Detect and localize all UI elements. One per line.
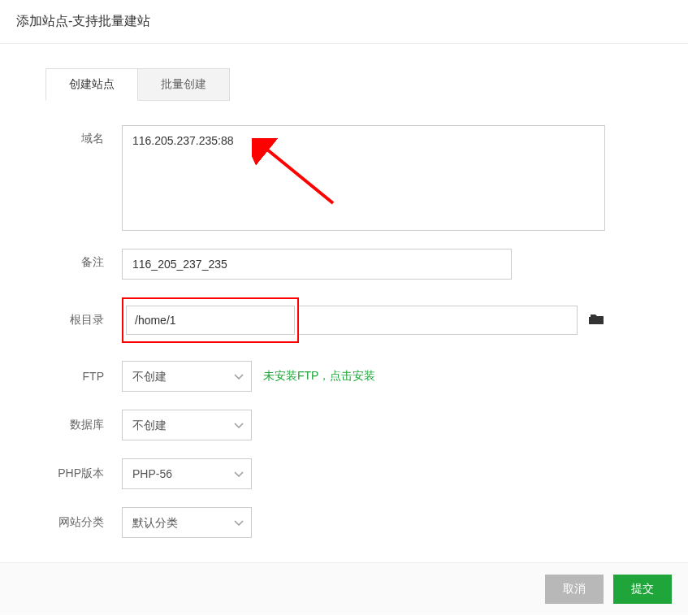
row-php: PHP版本 PHP-56 [16, 458, 664, 489]
row-database: 数据库 不创建 [16, 410, 664, 440]
ftp-install-hint[interactable]: 未安装FTP，点击安装 [263, 369, 375, 384]
row-ftp: FTP 不创建 未安装FTP，点击安装 [16, 361, 664, 392]
row-category: 网站分类 默认分类 [16, 507, 664, 538]
submit-button[interactable]: 提交 [613, 575, 672, 604]
root-control [122, 297, 664, 343]
dialog-footer: 取消 提交 [0, 562, 688, 615]
database-select[interactable]: 不创建 [122, 410, 252, 440]
php-control: PHP-56 [122, 458, 664, 489]
label-ftp: FTP [16, 370, 122, 383]
category-select[interactable]: 默认分类 [122, 507, 252, 538]
domain-control [122, 125, 664, 231]
tabs: 创建站点 批量创建 [45, 68, 664, 101]
database-select-wrap: 不创建 [122, 410, 252, 440]
category-select-wrap: 默认分类 [122, 507, 252, 538]
form: 域名 备注 [16, 100, 664, 538]
domain-textarea[interactable] [122, 125, 605, 231]
ftp-select[interactable]: 不创建 [122, 361, 252, 392]
cancel-button[interactable]: 取消 [545, 575, 604, 604]
row-remark: 备注 [16, 249, 664, 280]
folder-browse-icon[interactable] [589, 313, 605, 328]
label-php: PHP版本 [16, 466, 122, 481]
root-path-extend [299, 306, 578, 335]
label-domain: 域名 [16, 125, 122, 146]
row-root: 根目录 [16, 297, 664, 343]
remark-control [122, 249, 664, 280]
add-site-dialog: 添加站点-支持批量建站 创建站点 批量创建 域名 [0, 0, 688, 615]
label-database: 数据库 [16, 418, 122, 432]
tab-create-site[interactable]: 创建站点 [45, 68, 138, 101]
category-control: 默认分类 [122, 507, 664, 538]
database-control: 不创建 [122, 410, 664, 440]
dialog-body: 创建站点 批量创建 域名 [0, 44, 688, 562]
ftp-control: 不创建 未安装FTP，点击安装 [122, 361, 664, 392]
label-category: 网站分类 [16, 515, 122, 530]
root-input[interactable] [126, 306, 295, 335]
root-highlight-box [122, 297, 299, 343]
php-select[interactable]: PHP-56 [122, 458, 252, 489]
dialog-title: 添加站点-支持批量建站 [0, 0, 688, 44]
ftp-select-wrap: 不创建 [122, 361, 252, 392]
label-remark: 备注 [16, 249, 122, 270]
row-domain: 域名 [16, 125, 664, 231]
php-select-wrap: PHP-56 [122, 458, 252, 489]
root-flex [122, 297, 605, 343]
tab-batch-create[interactable]: 批量创建 [137, 68, 230, 101]
label-root: 根目录 [16, 313, 122, 328]
remark-input[interactable] [122, 249, 512, 280]
